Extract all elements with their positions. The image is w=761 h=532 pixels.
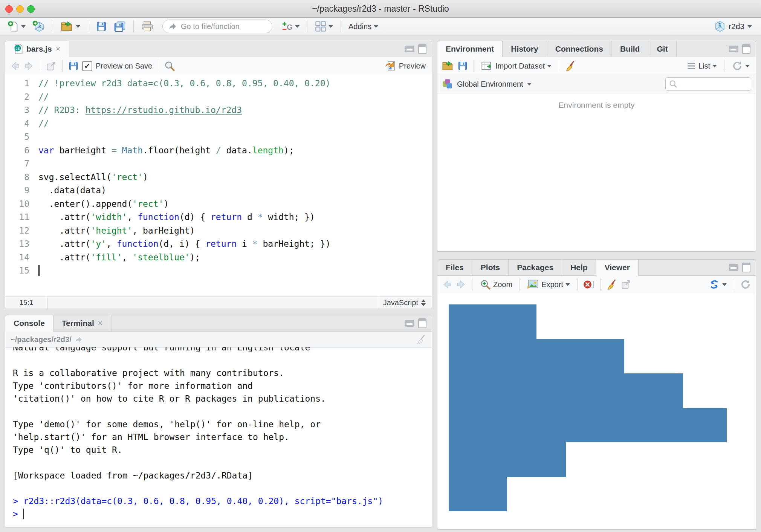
save-all-button[interactable] xyxy=(112,20,127,33)
tab-git[interactable]: Git xyxy=(648,41,676,57)
find-icon[interactable] xyxy=(164,60,175,72)
toolbar-separator xyxy=(577,278,578,290)
toolbar-separator xyxy=(53,20,53,32)
maximize-pane-icon[interactable] xyxy=(418,318,426,328)
tab-label: History xyxy=(511,44,538,54)
popout-window-icon[interactable] xyxy=(46,61,57,71)
tab-label: Environment xyxy=(446,44,494,54)
addins-label: Addins xyxy=(348,22,371,31)
goto-file-function-box[interactable]: Go to file/function xyxy=(162,20,272,33)
popout-window-icon[interactable] xyxy=(621,279,631,290)
maximize-pane-icon[interactable] xyxy=(418,44,426,54)
line-number: 2 xyxy=(5,90,38,104)
cursor-position[interactable]: 15:1 xyxy=(5,297,48,309)
tab-files[interactable]: Files xyxy=(437,260,472,275)
new-file-caret-icon xyxy=(21,25,26,28)
preview-on-save-checkbox[interactable]: ✓ xyxy=(82,61,92,71)
tab-bars-js[interactable]: JS bars.js × xyxy=(5,41,69,57)
import-dataset-caret-icon xyxy=(547,65,552,67)
clear-viewer-broom-icon[interactable] xyxy=(606,279,617,290)
environment-search-input[interactable] xyxy=(665,77,751,91)
close-tab-icon[interactable]: × xyxy=(98,318,103,328)
clear-console-broom-icon[interactable] xyxy=(416,334,426,345)
back-icon[interactable] xyxy=(442,279,452,290)
export-button[interactable]: Export xyxy=(526,278,572,291)
save-all-icon xyxy=(114,21,126,32)
list-view-button[interactable]: List xyxy=(685,60,718,72)
tab-label: Git xyxy=(657,44,668,54)
tab-build[interactable]: Build xyxy=(612,41,649,57)
open-file-caret-icon xyxy=(76,25,80,28)
window-title: ~/packages/r2d3 - master - RStudio xyxy=(0,0,761,17)
addins-button[interactable]: Addins xyxy=(347,21,380,32)
code-editor[interactable]: 1// !preview r2d3 data=c(0.3, 0.6, 0.8, … xyxy=(5,75,432,297)
minimize-pane-icon[interactable] xyxy=(405,320,414,327)
tab-console[interactable]: Console xyxy=(5,315,53,332)
clear-environment-broom-icon[interactable] xyxy=(565,60,576,72)
main-toolbar: R Go to file/function G xyxy=(0,18,761,35)
tab-help[interactable]: Help xyxy=(562,260,596,275)
minimize-pane-icon[interactable] xyxy=(729,46,738,52)
toolbar-separator xyxy=(724,60,724,72)
load-workspace-icon[interactable] xyxy=(442,61,454,71)
tab-connections[interactable]: Connections xyxy=(547,41,612,57)
maximize-pane-icon[interactable] xyxy=(742,263,750,272)
workspace-panes-button[interactable] xyxy=(313,20,335,33)
console-pathbar: ~/packages/r2d3/ xyxy=(5,332,432,348)
code-line: 4// xyxy=(5,117,432,131)
environment-scope-caret-icon[interactable] xyxy=(527,83,532,86)
code-line: 1// !preview r2d3 data=c(0.3, 0.6, 0.8, … xyxy=(5,77,432,90)
new-file-icon xyxy=(8,21,19,32)
back-icon[interactable] xyxy=(10,61,20,71)
project-menu-button[interactable]: R r2d3 xyxy=(714,20,752,32)
language-mode-selector[interactable]: JavaScript xyxy=(377,297,432,309)
console-cursor xyxy=(23,509,24,519)
tab-environment[interactable]: Environment xyxy=(437,41,503,57)
new-file-button[interactable] xyxy=(6,20,27,33)
import-dataset-button[interactable]: Import Dataset xyxy=(480,60,553,72)
forward-icon[interactable] xyxy=(24,61,34,71)
open-file-button[interactable] xyxy=(59,20,82,33)
code-line: 2// xyxy=(5,90,432,104)
toolbar-separator xyxy=(520,278,520,290)
remove-viewer-item-icon[interactable] xyxy=(583,279,594,290)
forward-icon[interactable] xyxy=(456,279,466,290)
tab-packages[interactable]: Packages xyxy=(509,260,562,275)
print-button[interactable] xyxy=(140,20,155,33)
code-line: 6var barHeight = Math.floor(height / dat… xyxy=(5,144,432,157)
viewer-toolbar: Zoom Export xyxy=(437,276,756,294)
code-line: 14 .attr('fill', 'steelblue'); xyxy=(5,251,432,264)
minimize-pane-icon[interactable] xyxy=(405,46,414,52)
editor-statusbar: 15:1 JavaScript xyxy=(5,296,432,309)
tab-label: Packages xyxy=(517,263,553,272)
version-control-button[interactable]: G xyxy=(280,20,301,33)
minimize-pane-icon[interactable] xyxy=(729,264,738,271)
toolbar-separator xyxy=(472,278,472,290)
close-tab-icon[interactable]: × xyxy=(56,44,61,54)
save-button[interactable] xyxy=(94,20,108,33)
refresh-environment-button[interactable] xyxy=(730,59,751,73)
environment-layers-icon xyxy=(442,78,453,90)
console-output[interactable]: Natural language support but running in … xyxy=(5,347,432,527)
line-number: 3 xyxy=(5,104,38,117)
tab-viewer[interactable]: Viewer xyxy=(596,260,639,276)
zoom-button[interactable]: Zoom xyxy=(478,278,514,291)
maximize-pane-icon[interactable] xyxy=(742,44,750,54)
export-image-icon xyxy=(527,279,539,290)
console-line: 'help.start()' for an HTML browser inter… xyxy=(13,431,432,443)
environment-scope-label[interactable]: Global Environment xyxy=(457,80,523,89)
code-line: 8svg.selectAll('rect') xyxy=(5,171,432,184)
tab-plots[interactable]: Plots xyxy=(472,260,509,275)
refresh-icon[interactable] xyxy=(740,279,751,290)
tab-terminal[interactable]: Terminal× xyxy=(53,315,112,331)
console-tabstrip: ConsoleTerminal× xyxy=(5,315,432,332)
console-line: R is a collaborative project with many c… xyxy=(13,367,432,379)
toolbar-separator xyxy=(474,60,474,72)
tab-history[interactable]: History xyxy=(503,41,547,57)
goto-directory-icon[interactable] xyxy=(75,335,84,344)
preview-button[interactable]: Preview xyxy=(383,59,427,73)
new-project-button[interactable]: R xyxy=(31,19,47,34)
publish-button[interactable] xyxy=(707,278,728,291)
save-icon[interactable] xyxy=(68,61,79,71)
save-workspace-icon[interactable] xyxy=(457,61,468,71)
